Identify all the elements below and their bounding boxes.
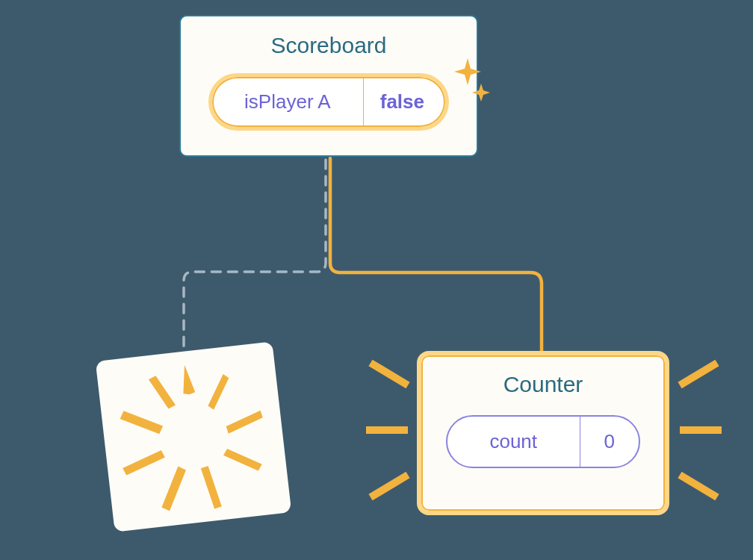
svg-marker-9	[223, 445, 263, 474]
counter-state-name: count	[447, 417, 580, 467]
svg-marker-8	[225, 410, 264, 433]
svg-line-5	[680, 475, 717, 497]
scoreboard-prop-name: isPlayer A	[212, 77, 364, 127]
counter-state-pill: count 0	[446, 415, 640, 468]
svg-marker-12	[121, 450, 167, 476]
counter-title: Counter	[442, 372, 644, 397]
burst-right-icon	[669, 357, 728, 506]
removed-card	[96, 341, 292, 532]
svg-marker-10	[201, 465, 222, 510]
burst-left-icon	[365, 357, 418, 506]
svg-marker-13	[120, 407, 164, 438]
connector-dashed	[184, 160, 326, 351]
svg-marker-7	[205, 373, 232, 410]
scoreboard-card: Scoreboard isPlayer A false	[179, 15, 478, 157]
scoreboard-prop-value: false	[364, 77, 445, 127]
poof-burst-icon	[96, 341, 292, 532]
connector-solid	[330, 158, 542, 355]
scoreboard-prop-pill: isPlayer A false	[208, 73, 449, 131]
counter-state-value: 0	[580, 417, 639, 467]
svg-line-3	[680, 363, 717, 385]
counter-card: Counter count 0	[417, 351, 669, 515]
svg-marker-11	[158, 465, 190, 511]
scoreboard-title: Scoreboard	[202, 33, 456, 58]
sparkle-icon	[451, 55, 493, 108]
svg-marker-14	[148, 374, 176, 411]
svg-line-0	[371, 363, 408, 385]
svg-line-2	[371, 475, 408, 497]
svg-marker-6	[180, 364, 195, 396]
